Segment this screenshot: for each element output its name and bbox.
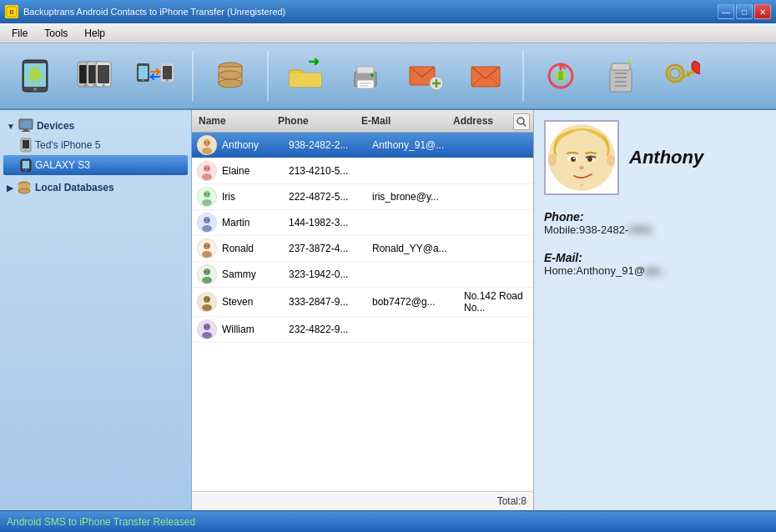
- contact-name: Sammy: [222, 269, 289, 280]
- svg-point-81: [204, 165, 210, 172]
- iphone-label: Ted's iPhone 5: [35, 139, 100, 151]
- toolbar-backup-btn[interactable]: [594, 49, 648, 103]
- svg-rect-20: [98, 65, 109, 83]
- maximize-button[interactable]: □: [736, 4, 753, 19]
- minimize-button[interactable]: —: [718, 4, 734, 19]
- svg-point-115: [548, 124, 615, 191]
- svg-point-101: [204, 269, 210, 275]
- menu-help[interactable]: Help: [76, 26, 113, 41]
- email-value: Home:Anthony_91@epl...: [544, 264, 766, 277]
- expand-icon: ▼: [7, 122, 15, 131]
- contact-name: Martin: [222, 217, 289, 228]
- contact-name: Steven: [222, 296, 289, 308]
- phone-type: Mobile:: [544, 223, 579, 236]
- devices-label: Devices: [37, 120, 74, 132]
- contact-name: Ronald: [222, 243, 289, 254]
- svg-text:B: B: [9, 8, 13, 16]
- svg-point-77: [202, 148, 212, 154]
- svg-rect-63: [22, 131, 30, 132]
- contact-name: Iris: [222, 191, 289, 203]
- svg-point-31: [219, 71, 242, 79]
- toolbar-email-send-btn[interactable]: [459, 49, 512, 103]
- table-row[interactable]: Steven 333-2847-9... bob7472@g... No.142…: [192, 288, 533, 317]
- contact-phone: 232-4822-9...: [289, 324, 372, 335]
- menu-file[interactable]: File: [3, 26, 36, 41]
- svg-point-123: [579, 166, 584, 169]
- android-small-icon: [20, 158, 32, 173]
- table-row[interactable]: Ronald 237-3872-4... Ronald_YY@a...: [192, 236, 533, 262]
- svg-point-112: [202, 332, 212, 339]
- galaxy-label: GALAXY S3: [35, 159, 90, 171]
- toolbar-android-btn[interactable]: [8, 49, 62, 103]
- toolbar-print-btn[interactable]: [339, 49, 392, 103]
- svg-rect-68: [23, 161, 29, 168]
- toolbar-db-btn[interactable]: [204, 49, 257, 103]
- contact-phone: 213-4210-5...: [289, 165, 372, 177]
- svg-point-96: [204, 243, 210, 249]
- svg-point-66: [25, 149, 27, 151]
- svg-point-117: [607, 154, 615, 166]
- toolbar-iphone-btn[interactable]: [68, 49, 122, 103]
- svg-rect-62: [23, 129, 28, 131]
- contact-list-area: Name Phone E-Mail Address: [192, 110, 534, 510]
- svg-point-84: [208, 168, 209, 169]
- list-header: Name Phone E-Mail Address: [192, 110, 533, 133]
- close-button[interactable]: ✕: [754, 4, 771, 19]
- contact-name: Elaine: [222, 165, 289, 177]
- svg-rect-35: [357, 80, 374, 88]
- menu-tools[interactable]: Tools: [36, 26, 76, 41]
- table-row[interactable]: Sammy 323-1942-0...: [192, 262, 533, 288]
- toolbar-transfer-btn[interactable]: [128, 49, 182, 103]
- svg-point-24: [142, 79, 144, 82]
- svg-point-114: [208, 326, 209, 328]
- col-phone: Phone: [271, 113, 355, 128]
- table-row[interactable]: Anthony 938-2482-2... Anthony_91@...: [192, 133, 533, 158]
- svg-point-120: [571, 157, 576, 162]
- devices-section: ▼ Devices Ted's iPhone 5: [3, 117, 188, 175]
- sidebar-item-galaxy[interactable]: GALAXY S3: [3, 155, 188, 175]
- contact-phone: 333-2847-9...: [289, 296, 372, 308]
- svg-point-122: [573, 158, 575, 159]
- avatar: [197, 187, 217, 207]
- svg-point-111: [204, 324, 210, 330]
- local-db-header[interactable]: ▶ Local Databases: [3, 178, 188, 197]
- svg-point-83: [204, 168, 206, 169]
- table-row[interactable]: William 232-4822-9...: [192, 317, 533, 343]
- contact-phone: 144-1982-3...: [289, 217, 372, 228]
- avatar: [197, 238, 217, 258]
- svg-point-79: [208, 142, 209, 143]
- svg-point-116: [548, 154, 557, 166]
- local-db-section: ▶ Local Databases: [3, 178, 188, 197]
- toolbar-register-btn[interactable]: [654, 49, 708, 103]
- svg-point-91: [204, 217, 210, 223]
- svg-point-78: [204, 142, 206, 143]
- svg-point-69: [25, 169, 27, 171]
- devices-header[interactable]: ▼ Devices: [3, 117, 188, 135]
- toolbar-refresh-btn[interactable]: [534, 49, 587, 103]
- svg-point-18: [93, 84, 96, 87]
- toolbar-email-add-btn[interactable]: [399, 49, 452, 103]
- svg-rect-37: [360, 85, 368, 87]
- contact-phone: 222-4872-5...: [289, 191, 372, 203]
- contact-email: Anthony_91@...: [372, 139, 464, 151]
- table-row[interactable]: Elaine 213-4210-5...: [192, 158, 533, 184]
- toolbar-sep-3: [522, 51, 524, 101]
- phone-value: Mobile:938-2482-2001: [544, 223, 766, 236]
- svg-point-87: [202, 199, 212, 206]
- svg-point-102: [202, 277, 212, 284]
- avatar: [197, 135, 217, 155]
- table-row[interactable]: Martin 144-1982-3...: [192, 210, 533, 236]
- sidebar-item-iphone[interactable]: Ted's iPhone 5: [3, 135, 188, 155]
- toolbar-folder-btn[interactable]: [279, 49, 332, 103]
- search-icon-box[interactable]: [513, 113, 530, 130]
- app-icon: B: [5, 5, 18, 18]
- local-db-label: Local Databases: [35, 182, 114, 193]
- detail-contact-name: Anthony: [629, 147, 703, 168]
- status-bar: Android SMS to iPhone Transfer Released: [0, 510, 776, 532]
- table-row[interactable]: Iris 222-4872-5... iris_brone@y...: [192, 184, 533, 210]
- svg-rect-34: [357, 67, 374, 73]
- email-add-icon: [406, 56, 446, 96]
- toolbar: [0, 43, 776, 110]
- svg-point-72: [18, 188, 30, 193]
- avatar: [197, 161, 217, 181]
